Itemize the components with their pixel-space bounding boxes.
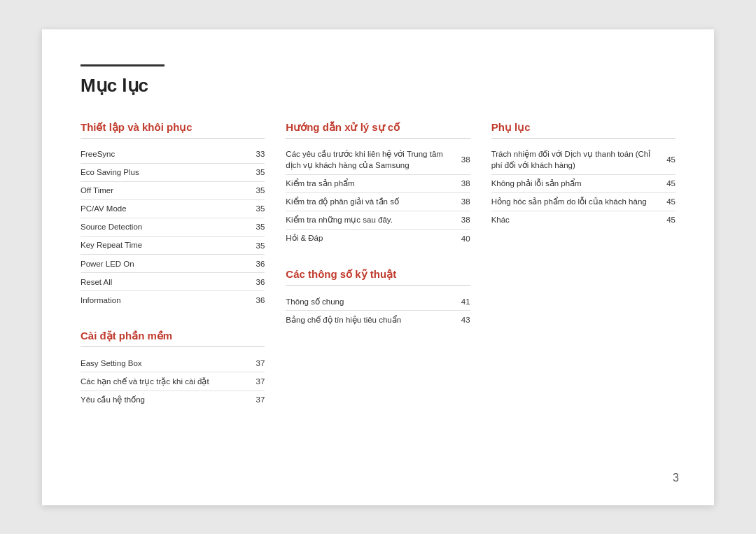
section-title-cai-dat: Cài đặt phần mềm <box>80 330 265 347</box>
table-row: Eco Saving Plus35 <box>80 163 265 181</box>
table-row: Reset All36 <box>80 273 265 291</box>
toc-page-num: 38 <box>449 192 470 211</box>
toc-page-num: 37 <box>244 391 265 409</box>
section-title-phu-luc: Phụ lục <box>491 121 676 139</box>
toc-page-num: 43 <box>449 311 470 329</box>
toc-label: Các hạn chế và trục trặc khi cài đặt <box>80 372 244 391</box>
toc-table-thiet-lap: FreeSync33Eco Saving Plus35Off Timer35PC… <box>80 146 265 309</box>
table-row: Easy Setting Box37 <box>80 354 265 372</box>
column-1: Thiết lập và khôi phục FreeSync33Eco Sav… <box>80 121 286 430</box>
table-row: FreeSync33 <box>80 146 265 164</box>
toc-label: Thông số chung <box>286 293 449 311</box>
table-row: Khác45 <box>491 211 676 229</box>
toc-page-num: 35 <box>244 163 265 181</box>
toc-label: Hỏi & Đáp <box>286 229 449 247</box>
toc-page-num: 45 <box>654 211 676 229</box>
toc-label: Các yêu cầu trước khi liên hệ với Trung … <box>286 146 449 175</box>
toc-table-huong-dan: Các yêu cầu trước khi liên hệ với Trung … <box>286 146 470 248</box>
toc-page-num: 38 <box>449 211 470 229</box>
toc-page-num: 36 <box>244 273 265 291</box>
toc-page-num: 33 <box>244 146 265 164</box>
toc-label: Khác <box>491 211 654 229</box>
toc-label: PC/AV Mode <box>80 199 244 218</box>
toc-label: Source Detection <box>80 218 244 236</box>
toc-page-num: 38 <box>449 174 470 192</box>
table-row: Các hạn chế và trục trặc khi cài đặt37 <box>80 372 265 391</box>
toc-page-num: 35 <box>244 199 265 218</box>
table-row: Hỏi & Đáp40 <box>286 229 470 247</box>
toc-table-thong-so: Thông số chung41Bảng chế độ tín hiệu tiê… <box>286 293 470 328</box>
table-row: Yêu cầu hệ thống37 <box>80 391 265 409</box>
table-row: Kiểm tra sản phẩm38 <box>286 174 470 192</box>
table-row: Thông số chung41 <box>286 293 470 311</box>
toc-table-phu-luc: Trách nhiệm đối với Dịch vụ thanh toán (… <box>491 146 676 229</box>
toc-label: Key Repeat Time <box>80 236 244 254</box>
toc-page-num: 41 <box>449 293 470 311</box>
section-cai-dat: Cài đặt phần mềm Easy Setting Box37Các h… <box>80 330 265 408</box>
toc-label: Reset All <box>80 273 244 291</box>
page-number: 3 <box>673 472 679 484</box>
toc-label: Hỏng hóc sản phẩm do lỗi của khách hàng <box>491 192 654 211</box>
toc-page-num: 37 <box>244 372 265 391</box>
toc-page-num: 45 <box>654 192 676 211</box>
toc-label: Kiểm tra độ phân giải và tần số <box>286 192 449 211</box>
table-row: Kiểm tra những mục sau đây.38 <box>286 211 470 229</box>
table-row: Off Timer35 <box>80 181 265 199</box>
section-huong-dan: Hướng dẫn xử lý sự cố Các yêu cầu trước … <box>286 121 470 248</box>
toc-label: Information <box>80 291 244 309</box>
table-row: Các yêu cầu trước khi liên hệ với Trung … <box>286 146 470 175</box>
section-thiet-lap: Thiết lập và khôi phục FreeSync33Eco Sav… <box>80 121 265 309</box>
table-row: Key Repeat Time35 <box>80 236 265 254</box>
toc-page-num: 45 <box>654 146 676 175</box>
columns-container: Thiết lập và khôi phục FreeSync33Eco Sav… <box>80 121 676 430</box>
table-row: Hỏng hóc sản phẩm do lỗi của khách hàng4… <box>491 192 676 211</box>
toc-page-num: 38 <box>449 146 470 175</box>
toc-label: Easy Setting Box <box>80 354 244 372</box>
toc-label: FreeSync <box>80 146 244 164</box>
toc-page-num: 45 <box>654 174 676 192</box>
column-3: Phụ lục Trách nhiệm đối với Dịch vụ than… <box>491 121 676 250</box>
toc-label: Bảng chế độ tín hiệu tiêu chuẩn <box>286 311 449 329</box>
section-title-thiet-lap: Thiết lập và khôi phục <box>80 121 265 139</box>
table-row: PC/AV Mode35 <box>80 199 265 218</box>
title-bar <box>80 64 164 66</box>
section-phu-luc: Phụ lục Trách nhiệm đối với Dịch vụ than… <box>491 121 676 229</box>
table-row: Kiểm tra độ phân giải và tần số38 <box>286 192 470 211</box>
toc-label: Kiểm tra những mục sau đây. <box>286 211 449 229</box>
toc-page-num: 37 <box>244 354 265 372</box>
toc-page-num: 40 <box>449 229 470 247</box>
table-row: Information36 <box>80 291 265 309</box>
toc-page-num: 36 <box>244 255 265 273</box>
toc-label: Yêu cầu hệ thống <box>80 391 244 409</box>
table-row: Source Detection35 <box>80 218 265 236</box>
toc-page-num: 35 <box>244 218 265 236</box>
toc-page-num: 36 <box>244 291 265 309</box>
table-row: Bảng chế độ tín hiệu tiêu chuẩn43 <box>286 311 470 329</box>
toc-label: Trách nhiệm đối với Dịch vụ thanh toán (… <box>491 146 654 175</box>
section-thong-so: Các thông số kỹ thuật Thông số chung41Bả… <box>286 268 470 328</box>
toc-label: Power LED On <box>80 255 244 273</box>
page-title: Mục lục <box>80 75 676 97</box>
table-row: Power LED On36 <box>80 255 265 273</box>
toc-page-num: 35 <box>244 236 265 254</box>
toc-label: Kiểm tra sản phẩm <box>286 174 449 192</box>
page: Mục lục Thiết lập và khôi phục FreeSync3… <box>42 29 714 505</box>
toc-label: Off Timer <box>80 181 244 199</box>
toc-page-num: 35 <box>244 181 265 199</box>
toc-table-cai-dat: Easy Setting Box37Các hạn chế và trục tr… <box>80 354 265 408</box>
table-row: Không phải lỗi sản phẩm45 <box>491 174 676 192</box>
toc-label: Không phải lỗi sản phẩm <box>491 174 654 192</box>
section-title-thong-so: Các thông số kỹ thuật <box>286 268 470 286</box>
section-title-huong-dan: Hướng dẫn xử lý sự cố <box>286 121 470 139</box>
toc-label: Eco Saving Plus <box>80 163 244 181</box>
column-2: Hướng dẫn xử lý sự cố Các yêu cầu trước … <box>286 121 491 350</box>
table-row: Trách nhiệm đối với Dịch vụ thanh toán (… <box>491 146 676 175</box>
